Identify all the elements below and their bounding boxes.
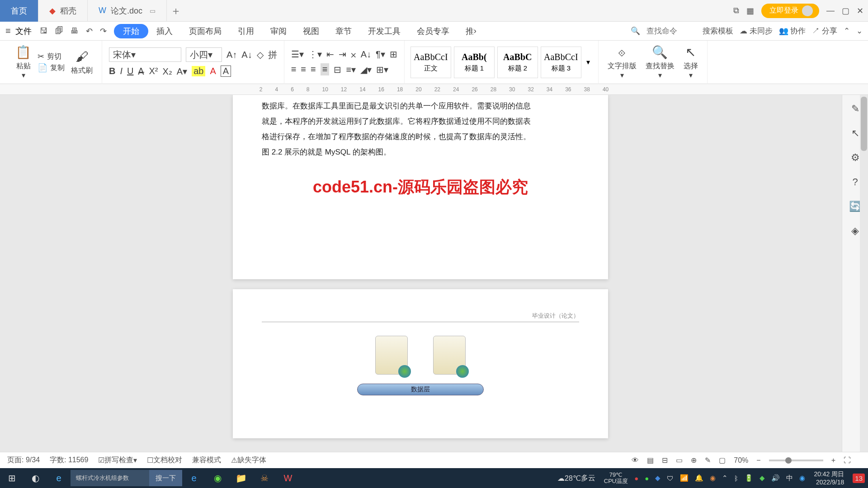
style-heading3[interactable]: AaBbCcI标题 3 <box>541 47 581 78</box>
translate-icon[interactable]: 🔄 <box>849 201 861 212</box>
zoom-value[interactable]: 70% <box>734 456 748 465</box>
page-indicator[interactable]: 页面: 9/34 <box>7 455 40 465</box>
tabs-button[interactable]: ⊞ <box>390 49 397 60</box>
tray-icon[interactable]: ◉ <box>799 474 805 482</box>
bluetooth-icon[interactable]: ᛒ <box>734 474 738 482</box>
zoom-slider[interactable] <box>769 460 823 461</box>
menu-chapter[interactable]: 章节 <box>327 22 360 41</box>
menu-page-layout[interactable]: 页面布局 <box>181 22 230 41</box>
shading-button[interactable]: ◢▾ <box>360 64 372 75</box>
word-count[interactable]: 字数: 11569 <box>50 455 88 465</box>
sync-status[interactable]: ☁ 未同步 <box>740 26 773 36</box>
ime-indicator[interactable]: 中 <box>786 474 793 483</box>
char-border-button[interactable]: A <box>221 66 231 77</box>
italic-button[interactable]: I <box>120 66 123 76</box>
bulb-icon[interactable]: ◈ <box>851 225 859 237</box>
fullscreen-icon[interactable]: ⛶ <box>844 456 851 465</box>
menu-references[interactable]: 引用 <box>230 22 262 41</box>
file-menu[interactable]: 文件 <box>15 26 32 37</box>
page-layout-icon[interactable]: ▭ <box>150 7 156 14</box>
ie-icon[interactable]: e <box>47 468 71 488</box>
line-spacing-button[interactable]: ≡▾ <box>346 64 356 75</box>
align-center-button[interactable]: ≡ <box>301 64 306 75</box>
collapse-up-icon[interactable]: ⌃ <box>844 26 850 36</box>
cursor-icon[interactable]: ↖ <box>851 127 859 139</box>
style-normal[interactable]: AaBbCcI正文 <box>410 47 451 78</box>
borders-button[interactable]: ⊞▾ <box>376 64 388 75</box>
subscript-button[interactable]: X₂ <box>162 66 172 77</box>
find-replace-button[interactable]: 🔍查找替换 ▾ <box>641 45 679 80</box>
cpu-temp[interactable]: 79℃CPU温度 <box>604 472 628 485</box>
pen-icon[interactable]: ✎ <box>851 103 859 115</box>
tray-icon[interactable]: ● <box>634 474 638 482</box>
align-right-button[interactable]: ≡ <box>311 64 316 75</box>
tray-expand-icon[interactable]: ⌃ <box>722 474 728 482</box>
wifi-icon[interactable]: 📶 <box>680 474 689 482</box>
window-mode-icon[interactable]: ⧉ <box>733 6 739 15</box>
eye-icon[interactable]: 👁 <box>632 456 639 465</box>
tab-home[interactable]: 首页 <box>0 0 38 22</box>
asian-layout-button[interactable]: ⨉ <box>351 49 356 60</box>
spell-check[interactable]: ☑ 拼写检查 ▾ <box>98 455 137 465</box>
format-painter-button[interactable]: 🖌格式刷 <box>66 49 97 75</box>
save-icon[interactable]: 🖫 <box>40 26 48 36</box>
numbering-button[interactable]: ⋮▾ <box>308 49 322 60</box>
search-go-button[interactable]: 搜一下 <box>149 470 182 486</box>
tray-icon[interactable]: ● <box>645 474 649 482</box>
document-area[interactable]: 数据库。在数据库工具里面已是最文识引的共单一个应用软件。需要说明的信息 就是，本… <box>0 95 841 467</box>
grow-font-icon[interactable]: A↑ <box>226 50 237 60</box>
taskbar-search[interactable] <box>71 470 149 486</box>
collab-button[interactable]: 👥 协作 <box>779 26 806 36</box>
weather-widget[interactable]: ☁ 28℃ 多云 <box>557 474 595 483</box>
menu-insert[interactable]: 插入 <box>148 22 181 41</box>
notification-icon[interactable]: 13 <box>853 474 865 483</box>
missing-fonts[interactable]: ⚠ 缺失字体 <box>231 455 266 465</box>
paste-button[interactable]: 📋粘贴 ▾ <box>11 45 36 80</box>
cortana-icon[interactable]: ◐ <box>24 468 47 488</box>
tray-icon[interactable]: 🛡 <box>667 474 674 482</box>
app-edge[interactable]: e <box>182 468 206 488</box>
bell-icon[interactable]: 🔔 <box>695 474 703 482</box>
edit-icon[interactable]: ✎ <box>705 456 711 465</box>
font-select[interactable]: 宋体 ▾ <box>109 47 181 62</box>
zoom-fit-icon[interactable]: ▢ <box>719 456 726 465</box>
volume-icon[interactable]: 🔊 <box>771 474 780 482</box>
page-view-icon[interactable]: ▤ <box>647 456 654 465</box>
scrollbar[interactable] <box>860 95 868 455</box>
new-tab-button[interactable]: ＋ <box>167 4 185 18</box>
login-button[interactable]: 立即登录 <box>761 4 819 18</box>
zoom-in-button[interactable]: + <box>831 456 835 465</box>
strike-button[interactable]: A̶ <box>138 66 144 77</box>
undo-icon[interactable]: ↶ <box>86 26 93 36</box>
underline-button[interactable]: U <box>127 66 133 76</box>
menu-icon[interactable]: ≡ <box>5 26 11 36</box>
bold-button[interactable]: B <box>109 66 115 76</box>
text-effects-button[interactable]: A▾ <box>177 66 187 77</box>
font-color-button[interactable]: A <box>210 66 216 76</box>
style-gallery[interactable]: AaBbCcI正文 AaBb(标题 1 AaBbC标题 2 AaBbCcI标题 … <box>409 47 583 78</box>
read-view-icon[interactable]: ▭ <box>676 456 683 465</box>
align-left-button[interactable]: ≡ <box>291 64 297 75</box>
cut-button[interactable]: ✂剪切 <box>38 52 65 61</box>
menu-view[interactable]: 视图 <box>295 22 327 41</box>
indent-decrease-button[interactable]: ⇤ <box>326 49 334 60</box>
collapse-down-icon[interactable]: ⌄ <box>856 26 863 36</box>
redo-icon[interactable]: ↷ <box>100 26 107 36</box>
doc-review[interactable]: ☐ 文档校对 <box>147 455 182 465</box>
clear-format-icon[interactable]: ◇ <box>257 49 264 60</box>
minimize-button[interactable]: — <box>826 6 835 15</box>
app-360[interactable]: ◉ <box>206 468 229 488</box>
phonetic-icon[interactable]: 拼 <box>268 49 277 61</box>
print-icon[interactable]: 🖶 <box>71 26 79 36</box>
maximize-button[interactable]: ▢ <box>842 6 849 16</box>
clock[interactable]: 20:42 周日2022/9/18 <box>814 470 844 486</box>
tray-icon[interactable]: ◆ <box>760 474 765 482</box>
help-icon[interactable]: ? <box>852 176 858 188</box>
select-button[interactable]: ↖选择 ▾ <box>679 45 703 80</box>
bullets-button[interactable]: ☰▾ <box>291 49 304 60</box>
zoom-out-button[interactable]: − <box>756 456 760 465</box>
print-preview-icon[interactable]: 🗐 <box>55 26 63 36</box>
start-button[interactable]: ⊞ <box>0 468 24 488</box>
tab-document[interactable]: W论文.doc▭ <box>88 0 167 22</box>
app-wps[interactable]: W <box>276 468 300 488</box>
